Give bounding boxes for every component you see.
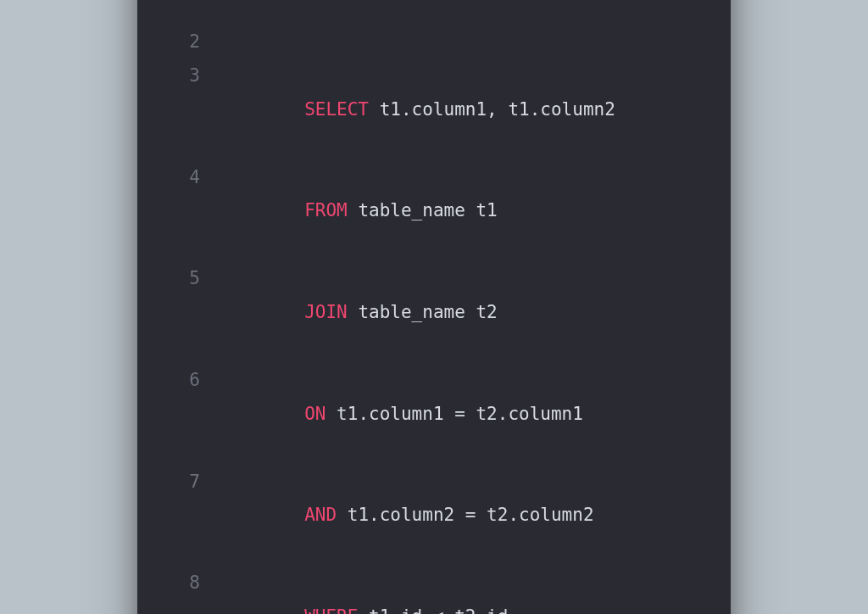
code-keyword: AND bbox=[304, 505, 337, 525]
code-operator: < bbox=[433, 606, 444, 614]
line-number: 8 bbox=[161, 567, 200, 614]
line-number: 4 bbox=[161, 161, 200, 263]
line-number: 6 bbox=[161, 364, 200, 466]
code-line: 5 JOIN table_name t2 bbox=[161, 262, 707, 364]
code-operator: = bbox=[465, 505, 476, 525]
code-text: table_name t1 bbox=[348, 200, 498, 220]
code-line: 2 bbox=[161, 25, 707, 59]
line-number: 5 bbox=[161, 262, 200, 364]
code-text: t1.id bbox=[358, 606, 433, 614]
code-keyword: FROM bbox=[304, 200, 348, 220]
line-number: 2 bbox=[161, 25, 200, 59]
code-text: t1.column1 bbox=[326, 404, 454, 424]
code-text: t2.column2 bbox=[476, 505, 593, 525]
code-line: 6 ON t1.column1 = t2.column1 bbox=[161, 364, 707, 466]
code-block: 1 //Using self-join 2 3 SELECT t1.column… bbox=[161, 0, 707, 614]
code-keyword: JOIN bbox=[304, 302, 348, 322]
code-keyword: SELECT bbox=[304, 99, 369, 120]
code-text: t1.column1, t1.column2 bbox=[369, 99, 615, 120]
line-number: 3 bbox=[161, 59, 200, 161]
code-line: 7 AND t1.column2 = t2.column2 bbox=[161, 466, 707, 567]
code-keyword: WHERE bbox=[304, 606, 358, 614]
code-text: t2.id bbox=[444, 606, 509, 614]
code-text: t2.column1 bbox=[465, 404, 583, 424]
code-text: t1.column2 bbox=[337, 505, 465, 525]
code-operator: = bbox=[454, 404, 465, 424]
code-text: table_name t2 bbox=[348, 302, 498, 322]
code-line: 8 WHERE t1.id < t2.id bbox=[161, 567, 707, 614]
code-line: 4 FROM table_name t1 bbox=[161, 161, 707, 263]
code-line: 1 //Using self-join bbox=[161, 0, 707, 25]
code-window: 1 //Using self-join 2 3 SELECT t1.column… bbox=[137, 0, 731, 614]
line-number: 7 bbox=[161, 466, 200, 567]
code-keyword: ON bbox=[304, 404, 326, 424]
code-line: 3 SELECT t1.column1, t1.column2 bbox=[161, 59, 707, 161]
line-number: 1 bbox=[161, 0, 200, 25]
